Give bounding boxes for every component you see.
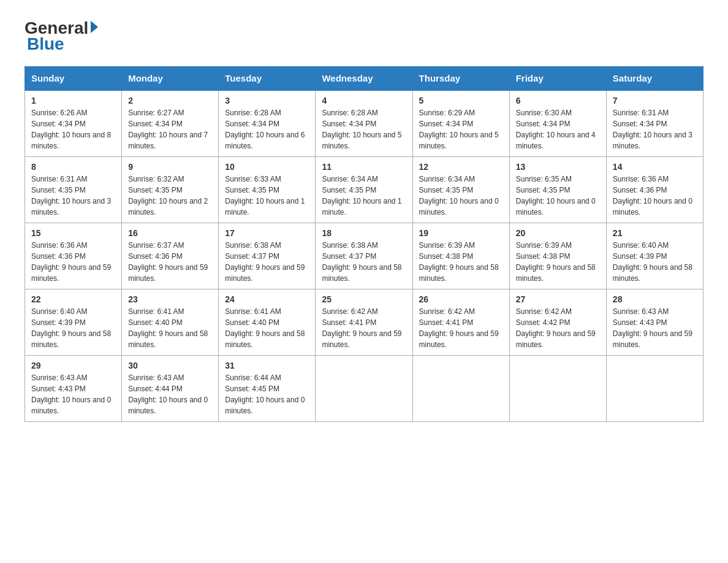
day-info: Sunrise: 6:42 AMSunset: 4:41 PMDaylight:… [419,307,499,349]
day-number: 14 [613,162,697,172]
day-info: Sunrise: 6:31 AMSunset: 4:35 PMDaylight:… [31,175,111,216]
page-header: General Blue [25,18,703,54]
calendar-day-cell: 3 Sunrise: 6:28 AMSunset: 4:34 PMDayligh… [219,90,316,157]
day-number: 2 [128,96,212,105]
day-number: 23 [128,294,212,304]
day-number: 4 [322,96,406,105]
day-number: 10 [225,162,309,172]
logo: General Blue [25,18,100,54]
day-number: 5 [419,96,503,105]
calendar-day-cell: 29 Sunrise: 6:43 AMSunset: 4:43 PMDaylig… [25,356,122,422]
weekday-header-wednesday: Wednesday [316,67,412,91]
day-number: 3 [225,96,309,105]
day-info: Sunrise: 6:41 AMSunset: 4:40 PMDaylight:… [128,307,208,349]
day-number: 19 [419,228,503,238]
day-info: Sunrise: 6:44 AMSunset: 4:45 PMDaylight:… [225,373,305,415]
calendar-body: 1 Sunrise: 6:26 AMSunset: 4:34 PMDayligh… [25,90,703,422]
calendar-day-cell [606,356,703,422]
day-info: Sunrise: 6:31 AMSunset: 4:34 PMDaylight:… [613,109,692,150]
calendar-week-row: 15 Sunrise: 6:36 AMSunset: 4:36 PMDaylig… [25,223,703,289]
calendar-day-cell: 22 Sunrise: 6:40 AMSunset: 4:39 PMDaylig… [25,289,122,356]
day-info: Sunrise: 6:39 AMSunset: 4:38 PMDaylight:… [516,241,596,283]
calendar-day-cell: 7 Sunrise: 6:31 AMSunset: 4:34 PMDayligh… [606,90,703,157]
calendar-day-cell: 14 Sunrise: 6:36 AMSunset: 4:36 PMDaylig… [606,157,703,223]
day-info: Sunrise: 6:37 AMSunset: 4:36 PMDaylight:… [128,241,208,283]
calendar-week-row: 8 Sunrise: 6:31 AMSunset: 4:35 PMDayligh… [25,157,703,223]
day-info: Sunrise: 6:40 AMSunset: 4:39 PMDaylight:… [613,241,692,283]
weekday-header-sunday: Sunday [25,67,122,91]
day-number: 9 [128,162,212,172]
day-info: Sunrise: 6:30 AMSunset: 4:34 PMDaylight:… [516,109,596,150]
calendar-day-cell: 11 Sunrise: 6:34 AMSunset: 4:35 PMDaylig… [316,157,412,223]
day-info: Sunrise: 6:38 AMSunset: 4:37 PMDaylight:… [225,241,305,283]
weekday-header-tuesday: Tuesday [219,67,316,91]
calendar-day-cell: 30 Sunrise: 6:43 AMSunset: 4:44 PMDaylig… [122,356,219,422]
calendar-day-cell: 24 Sunrise: 6:41 AMSunset: 4:40 PMDaylig… [219,289,316,356]
calendar-day-cell: 10 Sunrise: 6:33 AMSunset: 4:35 PMDaylig… [219,157,316,223]
calendar-day-cell: 8 Sunrise: 6:31 AMSunset: 4:35 PMDayligh… [25,157,122,223]
day-info: Sunrise: 6:28 AMSunset: 4:34 PMDaylight:… [322,109,401,150]
day-number: 17 [225,228,309,238]
day-info: Sunrise: 6:34 AMSunset: 4:35 PMDaylight:… [419,175,499,216]
calendar-day-cell: 9 Sunrise: 6:32 AMSunset: 4:35 PMDayligh… [122,157,219,223]
calendar-day-cell: 5 Sunrise: 6:29 AMSunset: 4:34 PMDayligh… [412,90,509,157]
calendar-week-row: 1 Sunrise: 6:26 AMSunset: 4:34 PMDayligh… [25,90,703,157]
day-info: Sunrise: 6:42 AMSunset: 4:41 PMDaylight:… [322,307,401,349]
calendar-day-cell [316,356,412,422]
day-number: 6 [516,96,600,105]
day-number: 24 [225,294,309,304]
calendar-day-cell: 2 Sunrise: 6:27 AMSunset: 4:34 PMDayligh… [122,90,219,157]
calendar-table: SundayMondayTuesdayWednesdayThursdayFrid… [25,66,703,422]
calendar-header: SundayMondayTuesdayWednesdayThursdayFrid… [25,67,703,91]
calendar-day-cell: 16 Sunrise: 6:37 AMSunset: 4:36 PMDaylig… [122,223,219,289]
day-number: 22 [31,294,115,304]
weekday-header-saturday: Saturday [606,67,703,91]
calendar-day-cell [412,356,509,422]
calendar-day-cell: 25 Sunrise: 6:42 AMSunset: 4:41 PMDaylig… [316,289,412,356]
day-number: 20 [516,228,600,238]
calendar-day-cell: 12 Sunrise: 6:34 AMSunset: 4:35 PMDaylig… [412,157,509,223]
day-number: 8 [31,162,115,172]
day-number: 16 [128,228,212,238]
day-number: 21 [613,228,697,238]
day-number: 30 [128,361,212,370]
day-number: 29 [31,361,115,370]
calendar-day-cell: 23 Sunrise: 6:41 AMSunset: 4:40 PMDaylig… [122,289,219,356]
day-info: Sunrise: 6:40 AMSunset: 4:39 PMDaylight:… [31,307,111,349]
logo-triangle-icon [91,21,98,33]
day-info: Sunrise: 6:32 AMSunset: 4:35 PMDaylight:… [128,175,208,216]
day-info: Sunrise: 6:41 AMSunset: 4:40 PMDaylight:… [225,307,305,349]
calendar-day-cell: 27 Sunrise: 6:42 AMSunset: 4:42 PMDaylig… [509,289,606,356]
day-info: Sunrise: 6:43 AMSunset: 4:44 PMDaylight:… [128,373,208,415]
day-info: Sunrise: 6:35 AMSunset: 4:35 PMDaylight:… [516,175,596,216]
day-info: Sunrise: 6:33 AMSunset: 4:35 PMDaylight:… [225,175,305,216]
day-info: Sunrise: 6:34 AMSunset: 4:35 PMDaylight:… [322,175,401,216]
calendar-week-row: 29 Sunrise: 6:43 AMSunset: 4:43 PMDaylig… [25,356,703,422]
day-number: 1 [31,96,115,105]
calendar-day-cell: 17 Sunrise: 6:38 AMSunset: 4:37 PMDaylig… [219,223,316,289]
day-info: Sunrise: 6:36 AMSunset: 4:36 PMDaylight:… [31,241,111,283]
calendar-day-cell: 18 Sunrise: 6:38 AMSunset: 4:37 PMDaylig… [316,223,412,289]
calendar-day-cell: 28 Sunrise: 6:43 AMSunset: 4:43 PMDaylig… [606,289,703,356]
calendar-day-cell: 21 Sunrise: 6:40 AMSunset: 4:39 PMDaylig… [606,223,703,289]
calendar-day-cell: 1 Sunrise: 6:26 AMSunset: 4:34 PMDayligh… [25,90,122,157]
day-number: 12 [419,162,503,172]
day-info: Sunrise: 6:43 AMSunset: 4:43 PMDaylight:… [613,307,692,349]
day-number: 31 [225,361,309,370]
weekday-header-thursday: Thursday [412,67,509,91]
day-info: Sunrise: 6:28 AMSunset: 4:34 PMDaylight:… [225,109,305,150]
calendar-day-cell: 4 Sunrise: 6:28 AMSunset: 4:34 PMDayligh… [316,90,412,157]
day-info: Sunrise: 6:39 AMSunset: 4:38 PMDaylight:… [419,241,499,283]
calendar-day-cell: 20 Sunrise: 6:39 AMSunset: 4:38 PMDaylig… [509,223,606,289]
day-number: 11 [322,162,406,172]
calendar-week-row: 22 Sunrise: 6:40 AMSunset: 4:39 PMDaylig… [25,289,703,356]
calendar-day-cell: 26 Sunrise: 6:42 AMSunset: 4:41 PMDaylig… [412,289,509,356]
calendar-day-cell: 19 Sunrise: 6:39 AMSunset: 4:38 PMDaylig… [412,223,509,289]
calendar-day-cell: 31 Sunrise: 6:44 AMSunset: 4:45 PMDaylig… [219,356,316,422]
weekday-header-row: SundayMondayTuesdayWednesdayThursdayFrid… [25,67,703,91]
calendar-day-cell: 13 Sunrise: 6:35 AMSunset: 4:35 PMDaylig… [509,157,606,223]
logo-blue-text: Blue [27,34,64,53]
day-number: 15 [31,228,115,238]
day-number: 18 [322,228,406,238]
day-number: 7 [613,96,697,105]
